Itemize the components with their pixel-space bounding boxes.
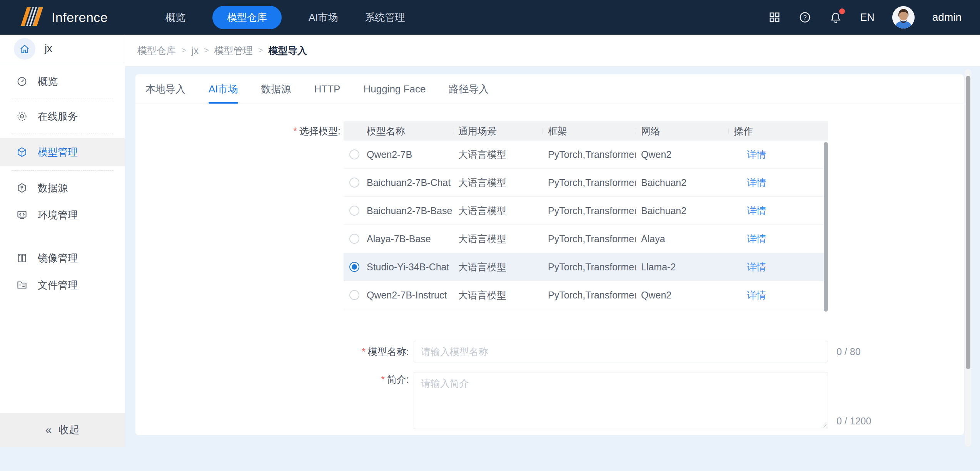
divider — [12, 134, 113, 134]
user-name[interactable]: admin — [932, 11, 962, 23]
breadcrumb-model-management[interactable]: 模型管理 — [214, 44, 253, 57]
navbar-right: ? EN — [768, 6, 980, 28]
divider — [12, 99, 113, 99]
intro-label: *简介: — [135, 374, 409, 385]
sidebar-item-image-management[interactable]: 镜像管理 — [0, 245, 125, 272]
sidebar-item-model-management[interactable]: 模型管理 — [0, 138, 125, 166]
col-model-name: 模型名称 — [366, 125, 453, 137]
model-import-card: 本地导入 AI市场 数据源 HTTP Hugging Face 路径导入 *选择… — [135, 74, 964, 435]
collapse-label: 收起 — [58, 423, 79, 437]
sidebar-item-online-service[interactable]: 在线服务 — [0, 103, 125, 130]
top-nav-menu: 概览 模型仓库 AI市场 系统管理 — [165, 6, 405, 29]
collapse-chevrons-icon: « — [45, 424, 52, 436]
table-row[interactable]: Baichuan2-7B-Chat 大语言模型 PyTorch,Transfor… — [344, 169, 828, 197]
divider — [12, 170, 113, 171]
images-icon — [16, 252, 28, 264]
breadcrumb-separator: > — [204, 45, 209, 55]
col-framework: 框架 — [543, 125, 636, 137]
table-row[interactable]: Qwen2-7B 大语言模型 PyTorch,Transformers Qwen… — [344, 141, 828, 169]
apps-grid-icon[interactable] — [768, 11, 781, 23]
table-row[interactable]: Baichuan2-7B-Base 大语言模型 PyTorch,Transfor… — [344, 197, 828, 225]
app-root: Inference 概览 模型仓库 AI市场 系统管理 ? — [0, 0, 980, 471]
spacer — [0, 228, 125, 245]
tab-data-source[interactable]: 数据源 — [261, 74, 291, 104]
tab-ai-market[interactable]: AI市场 — [209, 74, 238, 104]
table-scrollbar-thumb[interactable] — [824, 142, 828, 312]
detail-link[interactable]: 详情 — [734, 261, 766, 272]
home-icon — [14, 38, 35, 60]
svg-text:?: ? — [803, 14, 807, 21]
help-icon[interactable]: ? — [798, 11, 811, 24]
table-row[interactable]: Qwen2-7B-Instruct 大语言模型 PyTorch,Transfor… — [344, 281, 828, 309]
sidebar-item-environment[interactable]: 环境管理 — [0, 201, 125, 228]
breadcrumb-project[interactable]: jx — [192, 45, 199, 56]
col-scene: 通用场景 — [453, 125, 543, 137]
detail-link[interactable]: 详情 — [734, 290, 766, 300]
breadcrumb-separator: > — [181, 45, 186, 55]
intro-textarea[interactable] — [414, 372, 828, 429]
nav-item-model-repo[interactable]: 模型仓库 — [212, 6, 282, 29]
select-model-label: *选择模型: — [135, 125, 341, 137]
nav-item-overview[interactable]: 概览 — [165, 11, 185, 24]
detail-link[interactable]: 详情 — [734, 233, 766, 244]
radio-unchecked[interactable] — [349, 290, 359, 300]
tab-path-import[interactable]: 路径导入 — [449, 74, 489, 104]
required-asterisk: * — [293, 126, 297, 136]
sidebar-menu: 概览 在线服务 模型管理 数据源 — [0, 63, 125, 298]
tab-http[interactable]: HTTP — [314, 74, 341, 104]
brand: Inference — [0, 7, 165, 28]
table-row-selected[interactable]: Studio-Yi-34B-Chat 大语言模型 PyTorch,Transfo… — [344, 253, 828, 281]
sidebar-item-overview[interactable]: 概览 — [0, 68, 125, 95]
radio-unchecked[interactable] — [349, 149, 359, 159]
import-form: *选择模型: 模型名称 通用场景 框架 网络 操作 Qwen2-7 — [135, 104, 964, 434]
avatar[interactable] — [892, 6, 915, 28]
sidebar-item-file-management[interactable]: 文件管理 — [0, 272, 125, 298]
terminal-icon — [16, 209, 28, 221]
page-scrollbar-thumb[interactable] — [966, 76, 970, 369]
detail-link[interactable]: 详情 — [734, 149, 766, 160]
language-switcher[interactable]: EN — [860, 12, 875, 23]
sidebar-collapse-button[interactable]: « 收起 — [0, 413, 125, 447]
intro-counter: 0 / 1200 — [836, 415, 871, 427]
detail-link[interactable]: 详情 — [734, 177, 766, 188]
brand-logo-icon — [20, 7, 44, 28]
cube-icon — [16, 146, 28, 158]
model-name-counter: 0 / 80 — [836, 341, 861, 362]
breadcrumb-model-repo[interactable]: 模型仓库 — [137, 44, 176, 57]
hexagon-icon — [16, 182, 28, 194]
radio-unchecked[interactable] — [349, 178, 359, 188]
tab-hugging-face[interactable]: Hugging Face — [363, 74, 426, 104]
col-action: 操作 — [728, 125, 828, 137]
breadcrumb-current: 模型导入 — [269, 44, 307, 57]
col-network: 网络 — [636, 125, 728, 137]
model-name-input[interactable] — [414, 341, 828, 362]
brand-name: Inference — [52, 10, 108, 25]
radio-unchecked[interactable] — [349, 234, 359, 244]
sidebar-item-data-source[interactable]: 数据源 — [0, 174, 125, 201]
radio-checked[interactable] — [349, 262, 359, 272]
notifications-bell-icon[interactable] — [829, 11, 842, 24]
radio-unchecked[interactable] — [349, 206, 359, 216]
table-row[interactable]: Alaya-7B-Base 大语言模型 PyTorch,Transformers… — [344, 225, 828, 253]
breadcrumb-separator: > — [258, 45, 263, 55]
folder-icon — [16, 279, 28, 291]
model-table-body: Qwen2-7B 大语言模型 PyTorch,Transformers Qwen… — [344, 141, 828, 316]
detail-link[interactable]: 详情 — [734, 205, 766, 216]
page-scrollbar[interactable] — [965, 69, 972, 447]
import-tabs: 本地导入 AI市场 数据源 HTTP Hugging Face 路径导入 — [135, 74, 964, 104]
main-area: 模型仓库 > jx > 模型管理 > 模型导入 本地导入 AI市场 数据源 HT… — [125, 35, 980, 447]
sidebar: jx 概览 在线服务 模型管理 — [0, 35, 125, 447]
sidebar-project[interactable]: jx — [0, 35, 125, 63]
notification-dot — [839, 8, 845, 14]
service-icon — [16, 111, 28, 122]
nav-item-system[interactable]: 系统管理 — [365, 11, 405, 24]
project-name: jx — [45, 43, 52, 55]
nav-item-ai-market[interactable]: AI市场 — [309, 11, 338, 24]
tab-local-import[interactable]: 本地导入 — [145, 74, 185, 104]
required-asterisk: * — [381, 374, 385, 385]
breadcrumb: 模型仓库 > jx > 模型管理 > 模型导入 — [125, 35, 980, 67]
required-asterisk: * — [362, 346, 366, 357]
model-table: 模型名称 通用场景 框架 网络 操作 Qwen2-7B 大语言模型 PyTorc… — [344, 121, 828, 316]
model-name-label: *模型名称: — [135, 346, 409, 357]
top-navbar: Inference 概览 模型仓库 AI市场 系统管理 ? — [0, 0, 980, 35]
